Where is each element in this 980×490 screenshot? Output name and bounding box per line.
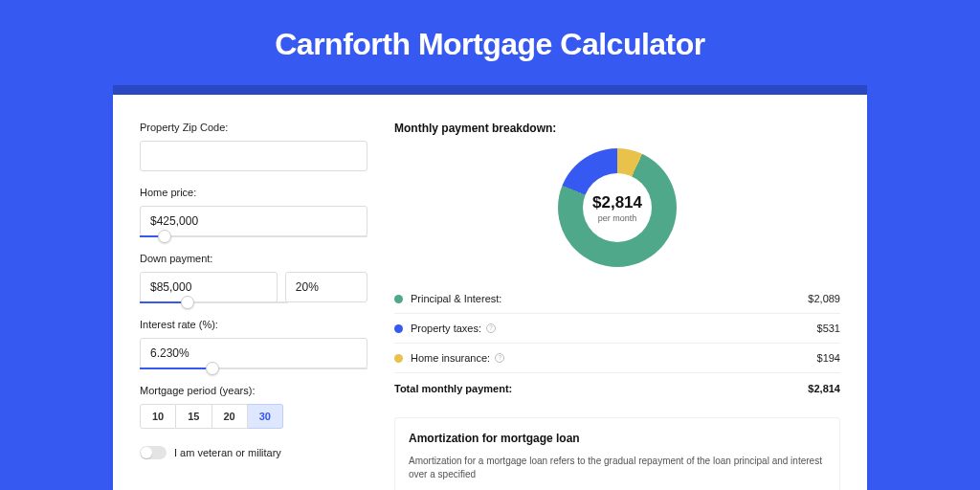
legend-text: Home insurance: (411, 352, 490, 364)
home-price-input[interactable] (140, 206, 368, 236)
legend-text: Principal & Interest: (411, 293, 501, 304)
zip-field: Property Zip Code: (140, 122, 368, 171)
legend-row-insurance: Home insurance: ? $194 (394, 344, 840, 373)
mortgage-period-field: Mortgage period (years): 10 15 20 30 (140, 385, 368, 429)
legend-row-taxes: Property taxes: ? $531 (394, 314, 840, 344)
legend-dot (394, 354, 403, 363)
legend-label: Property taxes: ? (411, 323, 817, 334)
total-row: Total monthly payment: $2,814 (394, 373, 840, 400)
total-value: $2,814 (808, 383, 840, 394)
donut-sublabel: per month (598, 213, 637, 223)
slider-thumb[interactable] (206, 362, 219, 375)
page-title: Carnforth Mortgage Calculator (0, 0, 980, 85)
period-option-30[interactable]: 30 (248, 404, 283, 429)
slider-thumb[interactable] (181, 296, 194, 309)
donut-chart: $2,814 per month (558, 148, 677, 267)
legend-label: Home insurance: ? (411, 352, 817, 364)
veteran-toggle-row: I am veteran or military (140, 446, 368, 459)
legend-label: Principal & Interest: (411, 293, 808, 304)
breakdown-title: Monthly payment breakdown: (394, 122, 840, 135)
zip-label: Property Zip Code: (140, 122, 368, 133)
calculator-card: Property Zip Code: Home price: Down paym… (113, 95, 867, 490)
veteran-toggle-label: I am veteran or military (174, 447, 281, 458)
amortization-title: Amortization for mortgage loan (409, 432, 826, 445)
legend-value: $531 (817, 323, 840, 334)
home-price-field: Home price: (140, 187, 368, 237)
period-option-10[interactable]: 10 (140, 404, 176, 429)
down-payment-slider[interactable] (140, 301, 288, 303)
legend-value: $194 (817, 352, 840, 364)
down-payment-amount-input[interactable] (140, 272, 278, 302)
amortization-text: Amortization for a mortgage loan refers … (409, 455, 826, 481)
legend-row-principal: Principal & Interest: $2,089 (394, 284, 840, 314)
legend-value: $2,089 (808, 293, 840, 304)
legend-text: Property taxes: (411, 323, 481, 334)
down-payment-percent-input[interactable] (285, 272, 368, 302)
mortgage-period-label: Mortgage period (years): (140, 385, 368, 396)
interest-rate-label: Interest rate (%): (140, 319, 368, 330)
info-icon[interactable]: ? (495, 353, 504, 363)
period-option-15[interactable]: 15 (176, 404, 212, 429)
legend-dot (394, 295, 403, 303)
info-icon[interactable]: ? (486, 323, 496, 333)
zip-input[interactable] (140, 141, 368, 171)
home-price-slider[interactable] (140, 235, 368, 237)
mortgage-period-options: 10 15 20 30 (140, 404, 368, 429)
interest-rate-field: Interest rate (%): (140, 319, 368, 369)
total-label: Total monthly payment: (394, 383, 808, 394)
donut-chart-wrap: $2,814 per month (394, 148, 840, 267)
legend-dot (394, 324, 403, 333)
interest-rate-slider[interactable] (140, 368, 368, 369)
home-price-label: Home price: (140, 187, 368, 198)
interest-rate-input[interactable] (140, 338, 368, 368)
results-column: Monthly payment breakdown: $2,814 per mo… (394, 122, 840, 490)
down-payment-field: Down payment: (140, 253, 368, 303)
slider-thumb[interactable] (158, 230, 171, 243)
down-payment-label: Down payment: (140, 253, 368, 264)
donut-amount: $2,814 (592, 193, 642, 212)
form-column: Property Zip Code: Home price: Down paym… (140, 122, 368, 490)
donut-center: $2,814 per month (583, 173, 652, 242)
veteran-toggle[interactable] (140, 446, 167, 459)
period-option-20[interactable]: 20 (212, 404, 248, 429)
toggle-knob (141, 447, 152, 458)
amortization-card: Amortization for mortgage loan Amortizat… (394, 417, 840, 490)
